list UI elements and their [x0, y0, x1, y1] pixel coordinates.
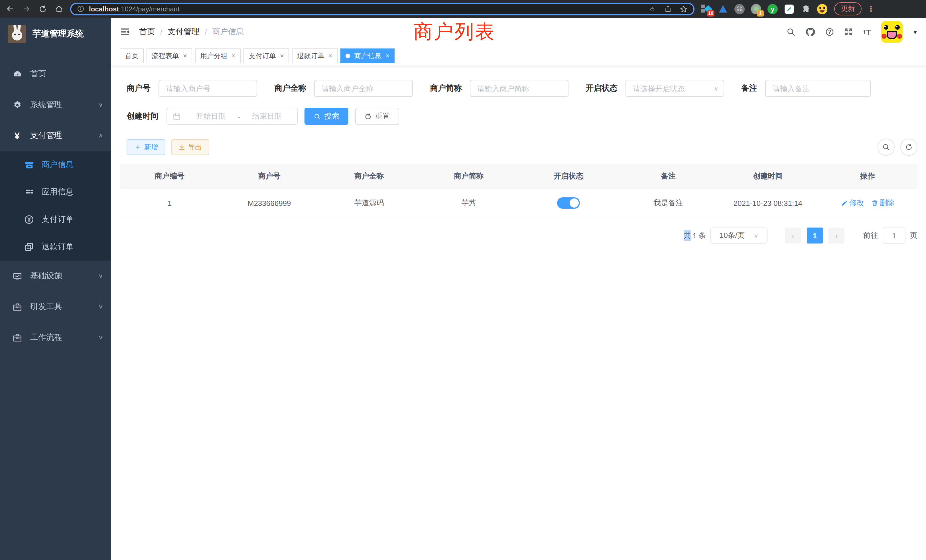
prev-page-button[interactable]: ‹: [785, 227, 801, 244]
grid-icon: [24, 187, 34, 197]
tab-home[interactable]: 首页: [120, 48, 144, 63]
info-icon[interactable]: [77, 5, 85, 12]
sidebar-item-payment[interactable]: ¥ 支付管理 ∧: [0, 120, 111, 151]
tab-refund-order[interactable]: 退款订单×: [292, 48, 337, 63]
close-icon[interactable]: ×: [280, 52, 284, 60]
create-time-label: 创建时间: [127, 111, 159, 121]
remark-input[interactable]: [765, 80, 871, 97]
sidebar-item-merchant-info[interactable]: 商户信息: [0, 151, 111, 179]
share-icon[interactable]: [664, 5, 672, 12]
page-size-select[interactable]: 10条/页 ∨: [710, 227, 767, 244]
chevron-down-icon: ∨: [98, 273, 103, 279]
page-content: 商户号 商户全称 商户简称 开启状态: [111, 66, 926, 560]
breadcrumb-home[interactable]: 首页: [139, 27, 155, 37]
remark-label: 备注: [741, 83, 757, 94]
breadcrumb-payment[interactable]: 支付管理: [168, 27, 200, 37]
yen-icon: ¥: [12, 131, 22, 141]
key-icon[interactable]: [648, 5, 656, 13]
reload-icon[interactable]: [39, 5, 47, 13]
sidebar-item-home[interactable]: 首页: [0, 59, 111, 89]
cell-full-name: 芋道源码: [319, 198, 419, 208]
status-select[interactable]: [625, 80, 724, 97]
reset-button[interactable]: 重置: [355, 108, 399, 125]
chevron-up-icon: ∧: [98, 133, 103, 139]
github-icon[interactable]: [805, 27, 816, 37]
navbar: 首页 / 支付管理 / 商户信息 商户列表 TT ▼: [111, 18, 926, 46]
page-unit-label: 页: [910, 230, 917, 241]
cell-status: [519, 197, 618, 209]
sidebar-item-refund-order[interactable]: 退款订单: [0, 233, 111, 260]
add-button[interactable]: ＋ 新增: [127, 139, 165, 155]
sidebar-item-dev-tools[interactable]: 研发工具 ∨: [0, 291, 111, 322]
delete-link[interactable]: 删除: [871, 198, 894, 208]
star-icon[interactable]: [680, 5, 688, 13]
status-toggle[interactable]: [557, 197, 580, 209]
fullscreen-icon[interactable]: [844, 27, 853, 36]
tags-view: 首页 流程表单× 用户分组× 支付订单× 退款订单× 商户信息×: [111, 46, 926, 66]
cell-create-time: 2021-10-23 08:31:14: [718, 199, 818, 207]
close-icon[interactable]: ×: [183, 52, 187, 60]
cell-merchant-no: M233666999: [219, 199, 319, 207]
breadcrumb-current: 商户信息: [212, 27, 244, 37]
cell-actions: 修改 删除: [818, 198, 917, 208]
help-icon[interactable]: [825, 27, 834, 36]
date-range-picker[interactable]: 开始日期 - 结束日期: [166, 108, 298, 125]
table-header: 商户编号 商户号 商户全称 商户简称 开启状态 备注 创建时间 操作: [120, 163, 917, 189]
toggle-search-button[interactable]: [878, 139, 895, 156]
url-text: localhost:1024/pay/merchant: [89, 5, 180, 13]
tab-process-form[interactable]: 流程表单×: [147, 48, 192, 63]
sidebar-item-infrastructure[interactable]: 基础设施 ∨: [0, 260, 111, 291]
merchant-no-input[interactable]: [159, 80, 257, 97]
short-name-input[interactable]: [470, 80, 569, 97]
chevron-down-icon: ∨: [754, 232, 758, 239]
calendar-icon: [173, 112, 181, 120]
ext-gem-icon[interactable]: [718, 4, 728, 14]
search-button[interactable]: 搜索: [304, 108, 348, 125]
current-page-button[interactable]: 1: [807, 227, 823, 244]
refresh-button[interactable]: [900, 139, 917, 156]
ext-tasks-icon[interactable]: 10: [701, 4, 712, 14]
user-avatar[interactable]: [881, 21, 903, 43]
browser-extensions: 10 ⌘ 1 y: [701, 4, 828, 14]
search-icon[interactable]: [786, 27, 796, 36]
sidebar-toggle-icon[interactable]: [111, 27, 130, 37]
export-button[interactable]: 导出: [171, 139, 209, 155]
gear-icon: [12, 100, 22, 110]
home-icon[interactable]: [55, 5, 63, 13]
sidebar-item-workflow[interactable]: 工作流程 ∨: [0, 322, 111, 353]
browser-update-button[interactable]: 更新: [834, 2, 862, 15]
monitor-icon: [12, 271, 22, 281]
app-logo[interactable]: 芋道管理系统: [0, 18, 111, 50]
extensions-puzzle-icon[interactable]: [800, 4, 811, 14]
sidebar-item-app-info[interactable]: 应用信息: [0, 179, 111, 206]
browser-profile-avatar[interactable]: [817, 4, 828, 14]
close-icon[interactable]: ×: [386, 52, 389, 60]
edit-link[interactable]: 修改: [841, 198, 864, 208]
chevron-down-icon: ∨: [98, 304, 103, 310]
tab-merchant-info[interactable]: 商户信息×: [340, 48, 395, 63]
goto-page-input[interactable]: [883, 227, 905, 244]
short-name-label: 商户简称: [430, 83, 462, 94]
ext-command-icon[interactable]: ⌘: [734, 4, 745, 14]
refund-doc-icon: [24, 242, 34, 251]
forward-icon[interactable]: [22, 5, 31, 13]
ext-y-icon[interactable]: y: [767, 4, 778, 14]
back-icon[interactable]: [6, 5, 14, 13]
sidebar-item-pay-order[interactable]: 支付订单: [0, 206, 111, 233]
ext-notes-icon[interactable]: [784, 4, 794, 14]
ext-tab-counter-icon[interactable]: 1: [751, 4, 761, 14]
cell-remark: 我是备注: [618, 198, 718, 208]
tab-user-group[interactable]: 用户分组×: [195, 48, 241, 63]
close-icon[interactable]: ×: [232, 52, 236, 60]
tab-pay-order[interactable]: 支付订单×: [244, 48, 289, 63]
sidebar-item-system[interactable]: 系统管理 ∨: [0, 89, 111, 120]
font-size-icon[interactable]: TT: [863, 28, 872, 36]
browser-menu-icon[interactable]: ⋮: [867, 5, 875, 13]
user-menu-caret-icon[interactable]: ▼: [912, 29, 918, 35]
full-name-input[interactable]: [314, 80, 413, 97]
close-icon[interactable]: ×: [328, 52, 333, 60]
address-bar[interactable]: localhost:1024/pay/merchant: [70, 3, 694, 15]
full-name-label: 商户全称: [274, 83, 306, 94]
active-dot: [345, 54, 350, 58]
next-page-button[interactable]: ›: [829, 227, 844, 244]
